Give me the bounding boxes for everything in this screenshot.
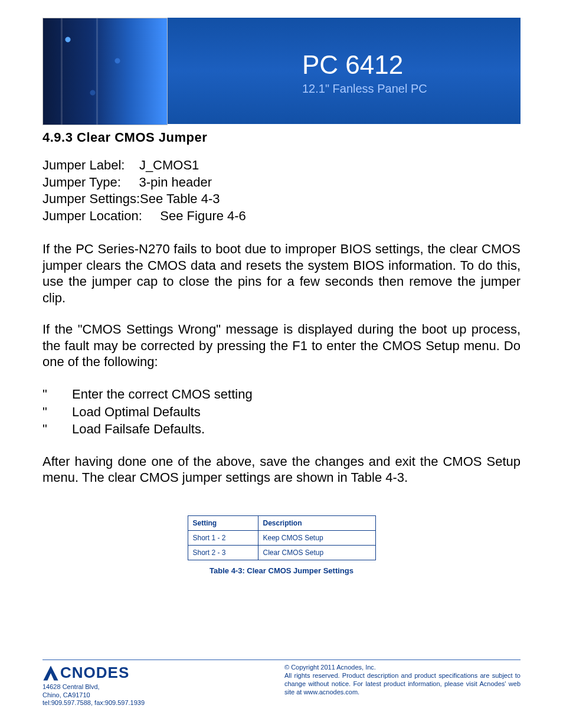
th-setting: Setting [188,515,258,530]
paragraph-3: After having done one of the above, save… [42,453,521,486]
footer-tel: tel:909.597.7588, fax:909.597.1939 [42,699,145,707]
table-header-row: Setting Description [188,515,375,530]
footer-address-2: Chino, CA91710 [42,691,145,699]
bullet-list: "Enter the correct CMOS setting "Load Op… [42,386,521,438]
jumper-label-key: Jumper Label: [42,158,125,172]
footer-address-1: 14628 Central Blvd, [42,683,145,691]
product-subtitle: 12.1" Fanless Panel PC [302,82,427,96]
bullet-1: Enter the correct CMOS setting [72,387,253,401]
th-description: Description [258,515,375,530]
list-item: "Load Optimal Defaults [42,403,521,421]
cell-desc: Keep CMOS Setup [258,530,375,545]
footer-legal-block: © Copyright 2011 Acnodes, Inc. All right… [284,664,521,696]
table-row: Short 2 - 3 Clear CMOS Setup [188,545,375,560]
table-figure: Setting Description Short 1 - 2 Keep CMO… [42,515,521,575]
circuit-board-image [42,18,168,125]
cell-setting: Short 2 - 3 [188,545,258,560]
document-content: 4.9.3 Clear CMOS Jumper Jumper Label: J_… [42,130,521,575]
header-banner: PC 6412 12.1" Fanless Panel PC [42,18,521,124]
banner-text-block: PC 6412 12.1" Fanless Panel PC [302,50,427,96]
bullet-mark: " [42,420,72,438]
bullet-mark: " [42,386,72,403]
paragraph-2: If the "CMOS Settings Wrong" message is … [42,321,521,370]
jumper-settings-key: Jumper Settings: [42,191,140,206]
jumper-location-key: Jumper Location: [42,208,142,223]
jumper-type-key: Jumper Type: [42,175,121,190]
product-model: PC 6412 [302,50,427,80]
cell-desc: Clear CMOS Setup [258,545,375,560]
bullet-2: Load Optimal Defaults [72,404,201,419]
list-item: "Enter the correct CMOS setting [42,386,521,403]
jumper-label-value: J_CMOS1 [139,158,199,172]
bullet-mark: " [42,403,72,421]
page-footer: CNODES 14628 Central Blvd, Chino, CA9171… [42,660,521,707]
logo-text: CNODES [60,664,129,682]
paragraph-1: If the PC Series-N270 fails to boot due … [42,241,521,306]
section-heading: 4.9.3 Clear CMOS Jumper [42,130,521,145]
footer-divider [42,660,521,660]
bullet-3: Load Failsafe Defaults. [72,422,205,436]
jumper-location-value: See Figure 4-6 [160,208,246,223]
table-row: Short 1 - 2 Keep CMOS Setup [188,530,375,545]
list-item: "Load Failsafe Defaults. [42,420,521,438]
logo-icon [42,665,59,681]
jumper-settings-value: See Table 4-3 [140,191,220,206]
acnodes-logo: CNODES [42,664,145,682]
table-caption: Table 4-3: Clear CMOS Jumper Settings [42,566,521,575]
footer-company-block: CNODES 14628 Central Blvd, Chino, CA9171… [42,664,145,707]
footer-legal-text: All rights reserved. Product description… [284,672,521,696]
cmos-settings-table: Setting Description Short 1 - 2 Keep CMO… [188,515,376,560]
jumper-info-block: Jumper Label: J_CMOS1 Jumper Type: 3-pin… [42,157,521,224]
jumper-type-value: 3-pin header [139,175,212,190]
footer-copyright: © Copyright 2011 Acnodes, Inc. [284,664,521,672]
cell-setting: Short 1 - 2 [188,530,258,545]
